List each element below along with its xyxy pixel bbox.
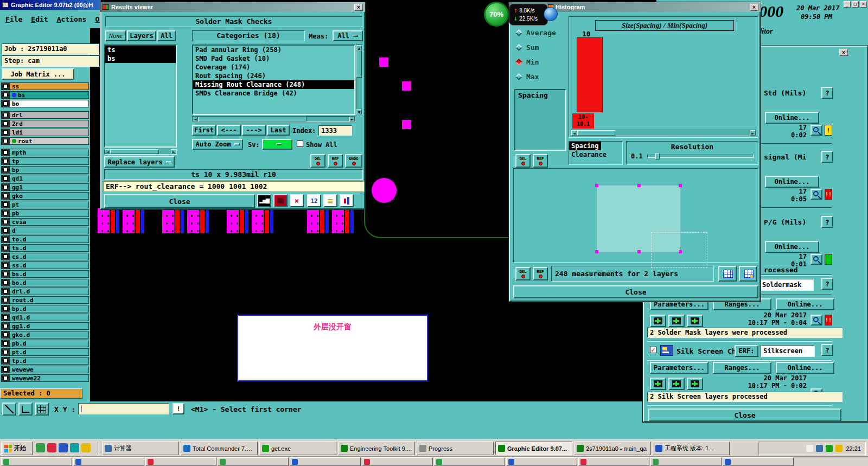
filter-layers-button[interactable]: Layers: [127, 30, 156, 41]
results-category-item[interactable]: SMD Pad Gasket (10): [193, 54, 354, 63]
filter-all-button[interactable]: All: [157, 30, 176, 41]
layer-row-bo[interactable]: bo: [1, 100, 89, 107]
tool-measure-button[interactable]: [18, 403, 33, 416]
category-vscrollbar[interactable]: ▲▼: [356, 44, 362, 115]
results-close-icon[interactable]: ×: [354, 4, 363, 11]
net-speed-box[interactable]: ↑ 8.8K/s ↓ 22.5K/s: [509, 4, 548, 25]
histogram-bar[interactable]: [577, 37, 603, 112]
secondary-taskbar-item[interactable]: [145, 457, 216, 466]
mode-clearance[interactable]: Clearance: [569, 150, 622, 159]
action-icon-button[interactable]: [687, 315, 703, 327]
tool-line-button[interactable]: [2, 403, 16, 416]
help-button[interactable]: ?: [821, 344, 833, 356]
secondary-taskbar-item[interactable]: [362, 457, 433, 466]
secondary-taskbar-item[interactable]: [73, 457, 144, 466]
mode-spacing[interactable]: Spacing: [569, 142, 601, 150]
sv-color-dropdown[interactable]: [262, 139, 292, 150]
layer-checkbox[interactable]: [1, 357, 9, 365]
help-button[interactable]: ?: [821, 87, 833, 99]
show-all-checkbox[interactable]: [297, 141, 303, 147]
marker-icon-button[interactable]: [273, 194, 288, 207]
results-category-item[interactable]: Coverage (174): [193, 63, 354, 72]
first-button[interactable]: First: [192, 125, 216, 136]
layer-checkbox[interactable]: [1, 137, 9, 145]
erf-button[interactable]: ERF:: [735, 345, 758, 357]
secondary-taskbar-item[interactable]: [434, 457, 505, 466]
layer-checkbox[interactable]: [1, 366, 9, 373]
layer-row-gko[interactable]: gko: [1, 192, 89, 200]
layer-row-bp[interactable]: bp: [1, 166, 89, 174]
layer-checkbox[interactable]: [1, 111, 9, 119]
layer-row-bp.d[interactable]: bp.d: [1, 305, 89, 312]
stat-option-max[interactable]: Max: [515, 71, 567, 82]
secondary-taskbar-item[interactable]: [290, 457, 361, 466]
layer-checkbox[interactable]: [1, 82, 9, 90]
layer-checkbox[interactable]: [1, 331, 9, 339]
silk-screen-checkbox[interactable]: ✓: [650, 347, 656, 353]
layer-row-gko.d[interactable]: gko.d: [1, 331, 89, 339]
ref-button[interactable]: REF: [533, 267, 548, 280]
online-button[interactable]: Online...: [776, 362, 834, 374]
tray-icon-1[interactable]: [806, 445, 813, 452]
taskbar-item[interactable]: 2s719011a0 - main_qa: [574, 442, 651, 455]
results-layer-item[interactable]: ts: [105, 46, 176, 54]
layer-row-wewewe[interactable]: wewewe: [1, 366, 89, 373]
action-icon-button[interactable]: [668, 315, 685, 327]
meas-dropdown[interactable]: All: [333, 30, 363, 41]
zoom-results-button[interactable]: [810, 254, 822, 265]
layer-row-ldi[interactable]: ldi: [1, 129, 89, 136]
histogram-close-icon[interactable]: ×: [750, 4, 758, 11]
layer-checkbox[interactable]: [1, 100, 9, 107]
minimize-button[interactable]: _: [844, 1, 851, 8]
scroll-left-icon[interactable]: ◄: [105, 149, 110, 154]
layer-checkbox[interactable]: [1, 374, 9, 382]
del-button[interactable]: DEL: [515, 267, 531, 280]
zoom-results-button[interactable]: [810, 125, 822, 136]
ref-button[interactable]: REF: [328, 154, 343, 168]
layer-checkbox[interactable]: [1, 192, 9, 200]
layer-checkbox[interactable]: [1, 201, 9, 208]
layer-checkbox[interactable]: [1, 91, 9, 99]
layer-row-ss[interactable]: ss: [1, 82, 89, 90]
net-orb-icon[interactable]: [544, 7, 558, 21]
del-button[interactable]: DEL: [515, 154, 531, 168]
mode-box[interactable]: Spacing Clearance: [569, 141, 623, 165]
net-monitor-gauge[interactable]: 70%: [484, 2, 509, 27]
layer-row-drl[interactable]: drl: [1, 111, 89, 119]
taskbar-item[interactable]: Graphic Editor 9.07...: [495, 442, 572, 455]
undo-button[interactable]: UNDO: [345, 154, 362, 168]
layer-checkbox[interactable]: [1, 120, 9, 127]
last-button[interactable]: Last: [267, 125, 290, 136]
taskbar-item[interactable]: 工程系统 版本: 1...: [653, 442, 730, 455]
online-button[interactable]: Online...: [765, 241, 819, 253]
layer-row-cvia[interactable]: cvia: [1, 218, 89, 226]
preview-panel[interactable]: [513, 168, 758, 263]
online-button[interactable]: Online...: [765, 112, 819, 124]
layer-checkbox[interactable]: [1, 279, 9, 286]
ref-button[interactable]: REF: [533, 154, 548, 168]
replace-layers-dropdown[interactable]: Replace layers: [104, 156, 175, 168]
layer-row-tp.d[interactable]: tp.d: [1, 357, 89, 365]
menu-file[interactable]: File: [5, 15, 22, 23]
layer-checkbox[interactable]: [1, 166, 9, 174]
quick-launch-icon-1[interactable]: [36, 443, 45, 452]
layer-checkbox[interactable]: [1, 129, 9, 136]
layer-checkbox[interactable]: [1, 296, 9, 304]
prev-button[interactable]: <---: [217, 125, 241, 136]
erf-field[interactable]: Silkscreen: [761, 345, 815, 357]
scroll-up-icon[interactable]: ▲: [356, 45, 362, 50]
chart-hscrollbar[interactable]: ◄►: [571, 130, 756, 136]
online-button[interactable]: Online...: [765, 176, 819, 188]
xy-input[interactable]: [78, 403, 169, 414]
layer-row-gg1.d[interactable]: gg1.d: [1, 322, 89, 330]
layer-checkbox[interactable]: [1, 218, 9, 226]
scroll-left-icon[interactable]: ◄: [571, 130, 577, 136]
results-category-item[interactable]: Missing Rout Clearance (248): [193, 80, 354, 89]
layer-checkbox[interactable]: [1, 149, 9, 156]
close-window-button[interactable]: ×: [860, 1, 867, 8]
layer-checkbox[interactable]: [1, 270, 9, 278]
help-button[interactable]: ?: [821, 151, 833, 163]
layer-row-rout.d[interactable]: rout.d: [1, 296, 89, 304]
zoom-results-button[interactable]: [810, 189, 822, 200]
index-input[interactable]: 1333: [318, 125, 352, 136]
